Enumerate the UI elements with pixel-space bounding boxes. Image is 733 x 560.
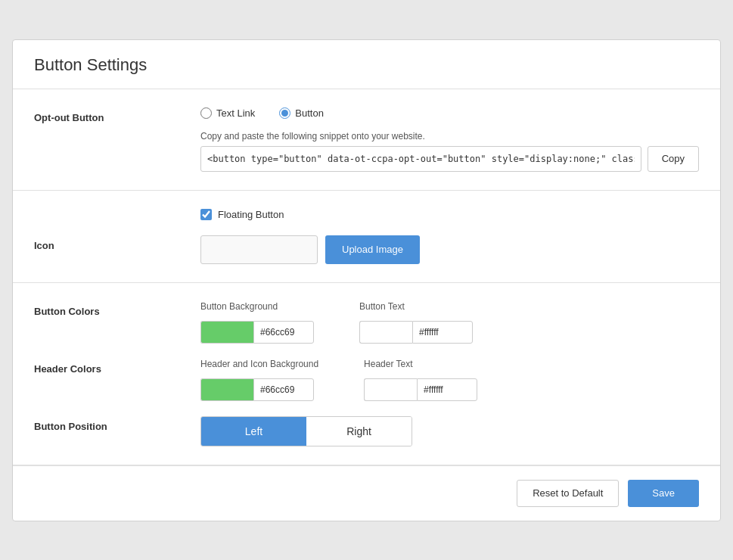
header-bg-swatch[interactable] [200, 378, 253, 401]
icon-input-field[interactable] [200, 235, 318, 264]
opt-out-content: Text Link Button Copy and paste the foll… [200, 107, 699, 172]
radio-text-link-input[interactable] [200, 107, 212, 119]
radio-text-link-label: Text Link [216, 107, 255, 119]
header-colors-label: Header Colors [34, 359, 200, 375]
button-bg-value[interactable] [253, 321, 314, 344]
radio-group: Text Link Button [200, 107, 699, 119]
button-text-picker [359, 321, 473, 344]
snippet-row: Copy [200, 146, 699, 172]
floating-label: Floating Button [218, 209, 284, 220]
floating-section: Floating Button Icon Upload Image [13, 191, 720, 283]
header-bg-group: Header and Icon Background [200, 359, 318, 401]
floating-row: Floating Button [34, 209, 699, 220]
copy-button[interactable]: Copy [648, 146, 699, 172]
button-position-label: Button Position [34, 416, 200, 432]
header-colors-content: Header and Icon Background Header Text [200, 359, 699, 401]
floating-checkbox[interactable] [200, 209, 212, 220]
reset-button[interactable]: Reset to Default [517, 480, 619, 507]
radio-button[interactable]: Button [279, 107, 324, 119]
header-colors-row: Header Colors Header and Icon Background… [34, 359, 699, 401]
button-bg-group: Button Background [200, 301, 314, 344]
header-bg-picker [200, 378, 318, 401]
header-text-group: Header Text [364, 359, 477, 401]
button-bg-label: Button Background [200, 301, 314, 312]
button-colors-grid: Button Background Button Text [200, 301, 699, 344]
position-left-button[interactable]: Left [201, 417, 306, 446]
button-bg-picker [200, 321, 314, 344]
page-title: Button Settings [34, 55, 699, 75]
radio-button-label: Button [295, 107, 324, 119]
footer: Reset to Default Save [13, 465, 720, 521]
floating-checkbox-label[interactable]: Floating Button [200, 209, 284, 220]
position-content: Left Right [200, 416, 699, 446]
button-bg-swatch[interactable] [200, 321, 253, 344]
settings-card: Button Settings Opt-out Button Text Link… [12, 39, 721, 521]
radio-text-link[interactable]: Text Link [200, 107, 255, 119]
header-bg-value[interactable] [253, 378, 314, 401]
header-text-label: Header Text [364, 359, 477, 369]
save-button[interactable]: Save [628, 480, 699, 507]
snippet-hint: Copy and paste the following snippet ont… [200, 131, 699, 142]
header-text-value[interactable] [417, 378, 477, 401]
button-text-value[interactable] [412, 321, 473, 344]
upload-image-button[interactable]: Upload Image [325, 235, 420, 264]
button-text-label: Button Text [359, 301, 473, 312]
button-text-group: Button Text [359, 301, 473, 344]
position-right-button[interactable]: Right [306, 417, 412, 446]
header-colors-grid: Header and Icon Background Header Text [200, 359, 699, 401]
radio-button-input[interactable] [279, 107, 290, 119]
header-text-picker [364, 378, 477, 401]
header-text-swatch[interactable] [364, 378, 417, 401]
button-colors-row: Button Colors Button Background Button T… [34, 301, 699, 344]
colors-section: Button Colors Button Background Button T… [13, 283, 720, 465]
icon-input-row: Upload Image [200, 235, 420, 264]
opt-out-label: Opt-out Button [34, 107, 200, 123]
icon-label: Icon [34, 235, 200, 251]
button-colors-label: Button Colors [34, 301, 200, 317]
icon-row-container: Icon Upload Image [34, 235, 699, 264]
button-colors-content: Button Background Button Text [200, 301, 699, 344]
button-text-swatch[interactable] [359, 321, 412, 344]
position-toggle: Left Right [200, 416, 412, 446]
header-bg-label: Header and Icon Background [200, 359, 318, 369]
snippet-input[interactable] [200, 146, 641, 172]
card-header: Button Settings [13, 40, 720, 89]
opt-out-section: Opt-out Button Text Link Button Copy and… [13, 89, 720, 191]
button-position-row: Button Position Left Right [34, 416, 699, 446]
